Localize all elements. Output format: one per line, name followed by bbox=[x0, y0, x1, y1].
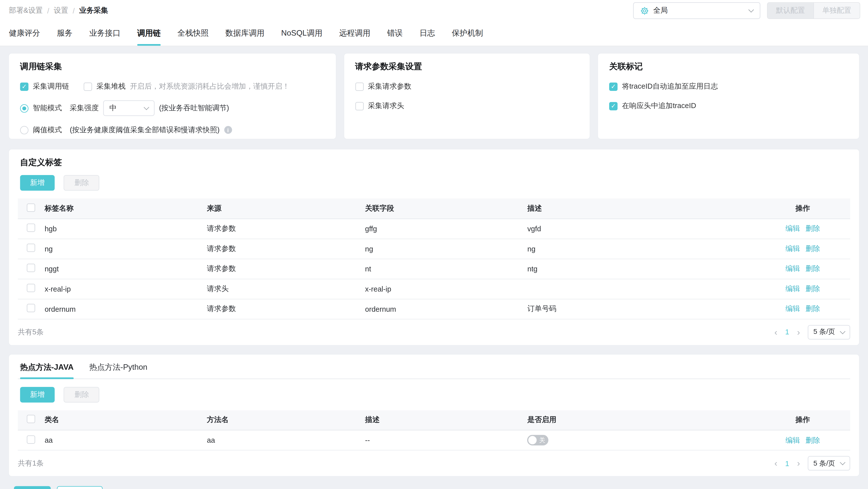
breadcrumb-item[interactable]: 部署&设置 bbox=[9, 5, 43, 15]
tab-健康评分[interactable]: 健康评分 bbox=[9, 21, 40, 46]
table-header-row: 类名 方法名 描述 是否启用 操作 bbox=[18, 410, 850, 430]
delete-link[interactable]: 删除 bbox=[805, 224, 820, 233]
delete-link[interactable]: 删除 bbox=[805, 264, 820, 273]
panel-title: 调用链采集 bbox=[20, 61, 324, 72]
select-all-checkbox[interactable] bbox=[27, 203, 35, 212]
tab-错误[interactable]: 错误 bbox=[387, 21, 403, 46]
tab-远程调用[interactable]: 远程调用 bbox=[339, 21, 370, 46]
row-checkbox[interactable] bbox=[27, 243, 35, 252]
reset-default-button[interactable]: 恢复默认 bbox=[57, 486, 103, 489]
page-size-value: 5 条/页 bbox=[813, 327, 835, 337]
tab-NoSQL调用[interactable]: NoSQL调用 bbox=[281, 21, 322, 46]
tab-数据库调用[interactable]: 数据库调用 bbox=[225, 21, 265, 46]
custom-tags-table: 标签名称 来源 关联字段 描述 操作 hgb请求参数gffgvgfd编辑删除ng… bbox=[18, 198, 850, 319]
tab-服务[interactable]: 服务 bbox=[57, 21, 72, 46]
edit-link[interactable]: 编辑 bbox=[785, 284, 800, 293]
trace-collection-panel: 调用链采集 ✓ 采集调用链 采集堆栈 开启后，对系统资源消耗占比会增加，谨慎开启… bbox=[8, 53, 336, 139]
method-name-cell: aa bbox=[203, 430, 361, 450]
separate-config-button[interactable]: 单独配置 bbox=[814, 3, 860, 19]
hot-methods-tbody: aaaa--关编辑删除 bbox=[18, 430, 850, 450]
table-row: x-real-ip请求头x-real-ip编辑删除 bbox=[18, 279, 850, 299]
subtab-热点方法-Python[interactable]: 热点方法-Python bbox=[89, 362, 147, 378]
smart-mode-radio[interactable] bbox=[20, 104, 29, 112]
row-checkbox[interactable] bbox=[27, 304, 35, 312]
page-size-select[interactable]: 5 条/页 bbox=[808, 456, 850, 470]
column-header: 操作 bbox=[755, 410, 850, 430]
prev-page-button[interactable]: ‹ bbox=[774, 459, 777, 468]
tag-name-cell: x-real-ip bbox=[40, 279, 202, 299]
collect-stack-checkbox[interactable] bbox=[84, 82, 92, 91]
hot-methods-card: 热点方法-JAVA热点方法-Python 新增 删除 类名 方法名 描述 是否启… bbox=[8, 354, 860, 477]
default-config-button[interactable]: 默认配置 bbox=[768, 3, 814, 19]
intensity-select-value: 中 bbox=[110, 103, 117, 113]
row-checkbox[interactable] bbox=[27, 264, 35, 272]
tab-调用链[interactable]: 调用链 bbox=[137, 21, 161, 46]
class-name-cell: aa bbox=[40, 430, 202, 450]
delete-tag-button[interactable]: 删除 bbox=[64, 175, 99, 191]
threshold-mode-hint: (按业务健康度阈值采集全部错误和慢请求快照) bbox=[70, 125, 220, 135]
enable-toggle[interactable]: 关 bbox=[527, 435, 549, 446]
collect-request-headers-label: 采集请求头 bbox=[368, 101, 404, 111]
tag-source-cell: 请求参数 bbox=[203, 259, 361, 279]
select-all-checkbox[interactable] bbox=[27, 415, 35, 423]
column-header: 来源 bbox=[203, 198, 361, 219]
method-desc-cell: -- bbox=[361, 430, 523, 450]
panel-title: 关联标记 bbox=[609, 61, 848, 72]
tab-全栈快照[interactable]: 全栈快照 bbox=[177, 21, 209, 46]
next-page-button[interactable]: › bbox=[797, 327, 800, 336]
delete-link[interactable]: 删除 bbox=[805, 436, 820, 444]
subtab-热点方法-JAVA[interactable]: 热点方法-JAVA bbox=[20, 362, 74, 378]
add-method-button[interactable]: 新增 bbox=[20, 387, 55, 402]
scope-select[interactable]: 全局 bbox=[633, 2, 761, 19]
traceid-response-checkbox[interactable]: ✓ bbox=[609, 102, 618, 110]
traceid-log-checkbox[interactable]: ✓ bbox=[609, 82, 618, 91]
tab-日志[interactable]: 日志 bbox=[420, 21, 435, 46]
edit-link[interactable]: 编辑 bbox=[785, 304, 800, 313]
tag-name-cell: ordernum bbox=[40, 299, 202, 319]
edit-link[interactable]: 编辑 bbox=[785, 224, 800, 233]
tag-desc-cell: 订单号码 bbox=[523, 299, 755, 319]
collect-trace-label: 采集调用链 bbox=[33, 82, 69, 91]
collect-request-params-checkbox[interactable] bbox=[355, 82, 364, 91]
prev-page-button[interactable]: ‹ bbox=[774, 327, 777, 336]
add-tag-button[interactable]: 新增 bbox=[20, 175, 55, 191]
delete-link[interactable]: 删除 bbox=[805, 244, 820, 253]
smart-mode-hint: (按业务吞吐智能调节) bbox=[159, 103, 229, 113]
trace-mark-panel: 关联标记 ✓ 将traceID自动追加至应用日志 ✓ 在响应头中追加traceI… bbox=[597, 53, 860, 139]
hot-methods-table: 类名 方法名 描述 是否启用 操作 aaaa--关编辑删除 bbox=[18, 410, 850, 450]
intensity-select[interactable]: 中 bbox=[103, 100, 154, 116]
footer-actions: 保存 恢复默认 bbox=[8, 485, 860, 489]
current-page[interactable]: 1 bbox=[785, 459, 789, 467]
tab-保护机制[interactable]: 保护机制 bbox=[452, 21, 483, 46]
delete-method-button[interactable]: 删除 bbox=[64, 387, 99, 402]
column-header: 是否启用 bbox=[523, 410, 755, 430]
threshold-mode-radio[interactable] bbox=[20, 126, 29, 134]
breadcrumb-separator: / bbox=[73, 6, 75, 15]
pagination: ‹ 1 › 5 条/页 bbox=[774, 325, 850, 339]
delete-link[interactable]: 删除 bbox=[805, 284, 820, 293]
save-button[interactable]: 保存 bbox=[14, 486, 51, 489]
edit-link[interactable]: 编辑 bbox=[785, 264, 800, 273]
next-page-button[interactable]: › bbox=[797, 459, 800, 468]
edit-link[interactable]: 编辑 bbox=[785, 244, 800, 253]
row-checkbox[interactable] bbox=[27, 284, 35, 292]
config-mode-group: 默认配置 单独配置 bbox=[767, 2, 860, 19]
page-size-select[interactable]: 5 条/页 bbox=[808, 325, 850, 339]
traceid-response-label: 在响应头中追加traceID bbox=[622, 101, 696, 111]
info-icon[interactable]: i bbox=[224, 126, 232, 134]
collect-trace-checkbox[interactable]: ✓ bbox=[20, 82, 29, 91]
edit-link[interactable]: 编辑 bbox=[785, 436, 800, 444]
breadcrumb-item[interactable]: 设置 bbox=[54, 5, 68, 15]
tag-field-cell: nt bbox=[361, 259, 523, 279]
row-checkbox[interactable] bbox=[27, 435, 35, 444]
row-checkbox[interactable] bbox=[27, 224, 35, 232]
intensity-label: 采集强度 bbox=[70, 103, 99, 113]
column-header: 标签名称 bbox=[40, 198, 202, 219]
current-page[interactable]: 1 bbox=[785, 328, 789, 336]
tab-业务接口[interactable]: 业务接口 bbox=[89, 21, 120, 46]
collect-request-headers-checkbox[interactable] bbox=[355, 102, 364, 110]
delete-link[interactable]: 删除 bbox=[805, 304, 820, 313]
tag-desc-cell: ng bbox=[523, 238, 755, 259]
column-header: 关联字段 bbox=[361, 198, 523, 219]
tag-desc-cell: vgfd bbox=[523, 219, 755, 239]
